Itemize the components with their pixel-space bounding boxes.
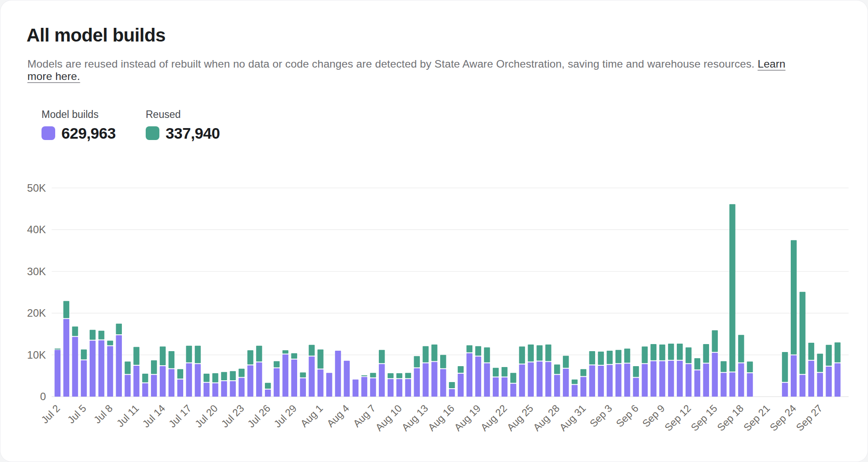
reused-segment[interactable] [502,367,508,377]
reused-segment[interactable] [300,372,306,377]
reused-segment[interactable] [169,351,175,368]
model-builds-segment[interactable] [195,364,201,397]
bar-sep-7[interactable] [642,347,648,397]
bar-sep-16[interactable] [721,361,727,397]
model-builds-segment[interactable] [738,363,744,397]
model-builds-segment[interactable] [423,363,429,397]
reused-segment[interactable] [396,373,403,378]
model-builds-segment[interactable] [344,361,350,397]
model-builds-segment[interactable] [379,364,385,397]
reused-segment[interactable] [186,346,192,363]
reused-segment[interactable] [721,361,727,372]
reused-segment[interactable] [668,344,674,360]
reused-segment[interactable] [467,345,473,352]
model-builds-segment[interactable] [729,372,736,397]
reused-segment[interactable] [624,348,630,363]
bar-aug-4[interactable] [344,361,350,397]
model-builds-segment[interactable] [230,381,236,397]
bar-aug-25[interactable] [528,345,534,397]
bar-jul-21[interactable] [221,372,227,397]
bar-sep-28[interactable] [826,345,832,397]
bar-jul-8[interactable] [107,341,113,397]
model-builds-segment[interactable] [712,353,718,397]
model-builds-segment[interactable] [440,369,446,397]
bar-sep-27[interactable] [817,354,823,397]
bar-aug-8[interactable] [379,350,385,397]
bar-sep-11[interactable] [677,344,683,397]
bar-sep-9[interactable] [659,345,665,397]
reused-segment[interactable] [72,326,78,336]
model-builds-segment[interactable] [510,384,517,397]
model-builds-segment[interactable] [563,369,569,397]
model-builds-segment[interactable] [142,383,148,397]
bar-aug-14[interactable] [431,345,438,397]
bar-jul-15[interactable] [169,351,175,397]
bar-jul-20[interactable] [212,373,219,397]
bar-jul-13[interactable] [151,360,157,397]
reused-segment[interactable] [817,354,823,372]
model-builds-segment[interactable] [677,361,683,397]
reused-segment[interactable] [379,350,385,363]
model-builds-segment[interactable] [502,378,508,397]
bar-sep-15[interactable] [712,330,718,397]
reused-segment[interactable] [598,352,604,365]
model-builds-segment[interactable] [493,378,499,397]
model-builds-segment[interactable] [431,362,438,397]
model-builds-segment[interactable] [747,373,753,397]
reused-segment[interactable] [712,330,718,352]
bar-jul-2[interactable] [55,348,61,397]
reused-segment[interactable] [98,331,105,340]
bar-sep-1[interactable] [589,351,595,397]
model-builds-segment[interactable] [554,375,560,397]
reused-segment[interactable] [247,350,253,364]
bar-sep-10[interactable] [668,344,674,397]
bar-aug-6[interactable] [361,375,367,397]
bar-jul-18[interactable] [195,346,201,397]
model-builds-segment[interactable] [405,379,411,397]
bar-sep-6[interactable] [633,366,639,397]
model-builds-segment[interactable] [256,363,262,397]
model-builds-segment[interactable] [283,355,289,397]
bar-jul-30[interactable] [300,372,306,397]
model-builds-segment[interactable] [353,379,359,397]
reused-segment[interactable] [423,346,429,363]
bar-aug-31[interactable] [581,369,587,397]
model-builds-segment[interactable] [169,369,175,397]
reused-segment[interactable] [607,351,613,364]
bar-jul-23[interactable] [238,369,245,397]
model-builds-segment[interactable] [265,390,271,397]
reused-segment[interactable] [107,341,113,345]
bar-aug-17[interactable] [458,366,464,397]
model-builds-segment[interactable] [212,383,219,397]
bar-sep-14[interactable] [703,344,709,397]
model-builds-segment[interactable] [475,356,481,397]
reused-segment[interactable] [274,361,280,367]
bar-jul-10[interactable] [125,362,131,397]
bar-aug-7[interactable] [370,373,376,397]
model-builds-segment[interactable] [274,368,280,397]
bar-jul-25[interactable] [256,346,262,397]
bar-aug-20[interactable] [484,347,490,397]
bar-aug-18[interactable] [467,345,473,397]
reused-segment[interactable] [195,346,201,364]
reused-segment[interactable] [160,347,166,365]
model-builds-segment[interactable] [782,383,788,397]
reused-segment[interactable] [782,352,788,382]
reused-segment[interactable] [361,375,367,376]
model-builds-segment[interactable] [396,379,403,397]
bar-jul-17[interactable] [186,346,192,397]
bar-aug-5[interactable] [353,379,359,397]
model-builds-segment[interactable] [467,353,473,397]
bar-sep-19[interactable] [747,362,753,397]
reused-segment[interactable] [256,346,262,362]
bar-aug-24[interactable] [519,347,525,397]
model-builds-segment[interactable] [484,363,490,397]
model-builds-segment[interactable] [642,364,648,397]
model-builds-segment[interactable] [808,361,815,397]
reused-segment[interactable] [440,355,446,368]
model-builds-segment[interactable] [668,361,674,397]
bar-sep-8[interactable] [650,344,657,397]
reused-segment[interactable] [238,369,245,377]
bar-jul-14[interactable] [160,347,166,397]
model-builds-segment[interactable] [81,360,87,397]
